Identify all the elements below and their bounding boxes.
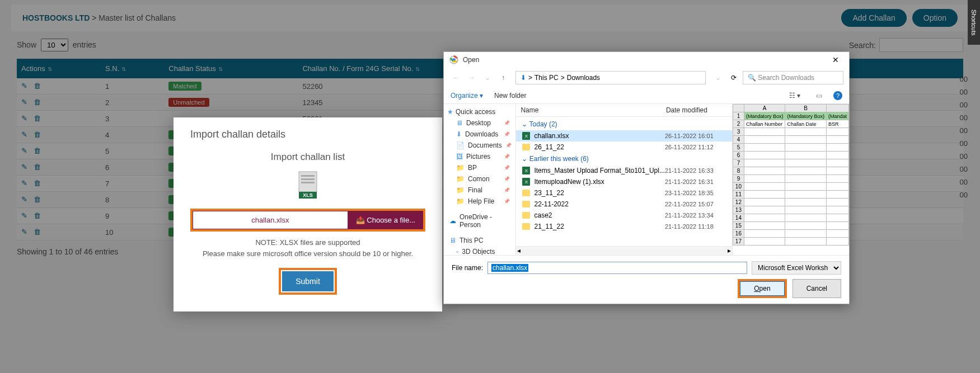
delete-icon[interactable]: 🗑 xyxy=(34,130,43,139)
col-name-header[interactable]: Name xyxy=(521,106,665,114)
edit-icon[interactable]: ✎ xyxy=(21,228,30,237)
preview-pane-button[interactable]: ▭ xyxy=(816,92,822,100)
xls-icon: XLS xyxy=(297,171,319,199)
file-item[interactable]: XItems_Master Upload Format_5to101_Upl..… xyxy=(516,165,732,176)
this-pc-item[interactable]: 🖥This PC xyxy=(444,235,515,246)
note-text: NOTE: XLSX files are supported Please ma… xyxy=(190,237,425,259)
cancel-button[interactable]: Cancel xyxy=(793,279,841,298)
chrome-icon xyxy=(449,55,458,64)
option-button[interactable]: Option xyxy=(912,9,958,27)
file-group-header[interactable]: Today (2) xyxy=(516,118,732,130)
filename-label: File name: xyxy=(452,264,483,272)
col-date-header[interactable]: Date modified xyxy=(666,106,728,114)
path-dropdown[interactable]: ⌄ xyxy=(711,71,725,84)
dialog-search-input[interactable]: 🔍 Search Downloads xyxy=(743,71,843,84)
filetype-select[interactable]: Microsoft Excel Worksheet (*.xl xyxy=(752,261,841,275)
up-button[interactable]: ↑ xyxy=(496,71,510,84)
view-mode-button[interactable]: ☷ ▾ xyxy=(789,92,800,100)
delete-icon[interactable]: 🗑 xyxy=(34,195,43,204)
breadcrumb-bar: HOSTBOOKS LTD > Master list of Challans … xyxy=(11,4,969,31)
edit-icon[interactable]: ✎ xyxy=(21,130,30,139)
delete-icon[interactable]: 🗑 xyxy=(34,82,43,91)
sidebar-item[interactable]: 📁BP xyxy=(444,162,515,173)
recent-dropdown[interactable]: ⌄ xyxy=(481,71,494,84)
sidebar-item[interactable]: 📄Documents xyxy=(444,140,515,151)
edit-icon[interactable]: ✎ xyxy=(21,195,30,204)
file-chooser-row: challan.xlsx 📤 Choose a file... xyxy=(190,209,425,232)
company-name[interactable]: HOSTBOOKS LTD xyxy=(22,13,90,22)
path-bar[interactable]: ⬇ > This PC > Downloads xyxy=(515,71,706,84)
search-label: Search: xyxy=(849,41,876,50)
help-icon[interactable]: ? xyxy=(833,91,842,100)
delete-icon[interactable]: 🗑 xyxy=(34,179,43,188)
edit-icon[interactable]: ✎ xyxy=(21,211,30,220)
sidebar-item[interactable]: 🖼Pictures xyxy=(444,151,515,162)
shortcuts-tab[interactable]: Shortcuts xyxy=(968,0,980,45)
import-challan-modal: Import challan details Import challan li… xyxy=(174,117,442,311)
page-title: Master list of Challans xyxy=(99,13,176,22)
column-header[interactable]: Challan Status⇅ xyxy=(164,59,298,78)
column-header[interactable]: S.N.⇅ xyxy=(101,59,164,78)
modal-subhead: Import challan list xyxy=(190,152,425,163)
file-item[interactable]: 26_11_2226-11-2022 11:12 xyxy=(516,141,732,153)
submit-button[interactable]: Submit xyxy=(282,271,334,291)
search-input[interactable] xyxy=(879,38,963,52)
delete-icon[interactable]: 🗑 xyxy=(34,98,43,107)
forward-button[interactable]: → xyxy=(465,71,479,84)
file-item[interactable]: 21_11_2221-11-2022 11:18 xyxy=(516,221,732,232)
edit-icon[interactable]: ✎ xyxy=(21,98,30,107)
svg-rect-1 xyxy=(301,175,315,177)
preview-pane: AB 1(Mandatory Box)(Mandatory Box)(Manda… xyxy=(732,104,849,255)
file-item[interactable]: 22-11-202222-11-2022 15:07 xyxy=(516,199,732,210)
delete-icon[interactable]: 🗑 xyxy=(34,211,43,220)
file-item[interactable]: case221-11-2022 13:34 xyxy=(516,210,732,221)
delete-icon[interactable]: 🗑 xyxy=(34,163,43,172)
delete-icon[interactable]: 🗑 xyxy=(34,114,43,123)
edit-icon[interactable]: ✎ xyxy=(21,147,30,155)
close-icon[interactable]: ✕ xyxy=(828,55,843,64)
svg-text:XLS: XLS xyxy=(303,192,313,198)
svg-rect-2 xyxy=(301,178,315,180)
new-folder-button[interactable]: New folder xyxy=(494,92,526,100)
file-item[interactable]: Xchallan.xlsx26-11-2022 16:01 xyxy=(516,130,732,141)
file-group-header[interactable]: Earlier this week (6) xyxy=(516,153,732,165)
horizontal-scrollbar[interactable]: ◂▸ xyxy=(516,246,732,255)
edit-icon[interactable]: ✎ xyxy=(21,82,30,91)
selected-file-name: challan.xlsx xyxy=(193,211,348,229)
edit-icon[interactable]: ✎ xyxy=(21,163,30,172)
down-arrow-icon: ⬇ xyxy=(521,74,526,82)
column-header[interactable]: Actions⇅ xyxy=(17,59,101,78)
delete-icon[interactable]: 🗑 xyxy=(34,147,43,155)
edit-icon[interactable]: ✎ xyxy=(21,114,30,123)
sidebar-item[interactable]: 📁Final xyxy=(444,185,515,196)
organize-menu[interactable]: Organize ▾ xyxy=(451,92,483,100)
breadcrumb: HOSTBOOKS LTD > Master list of Challans xyxy=(22,13,176,22)
dialog-sidebar: ★Quick access 🖥Desktop⬇Downloads📄Documen… xyxy=(444,104,516,255)
file-item[interactable]: 23_11_2223-11-2022 18:35 xyxy=(516,187,732,199)
back-button[interactable]: ← xyxy=(449,71,463,84)
refresh-button[interactable]: ⟳ xyxy=(727,74,740,82)
sidebar-item[interactable]: 📁Comon xyxy=(444,173,515,185)
choose-file-button[interactable]: 📤 Choose a file... xyxy=(348,211,423,229)
edit-icon[interactable]: ✎ xyxy=(21,179,30,188)
dialog-title: Open xyxy=(463,56,828,64)
modal-title: Import challan details xyxy=(190,129,425,140)
onedrive-item[interactable]: ☁OneDrive - Person xyxy=(444,211,515,230)
sidebar-item[interactable]: ⬇Downloads xyxy=(444,129,515,140)
quick-access-header[interactable]: ★Quick access xyxy=(444,106,515,117)
sidebar-item[interactable]: 🖥Desktop xyxy=(444,117,515,129)
open-button[interactable]: Open xyxy=(740,281,784,296)
entries-select[interactable]: 10 xyxy=(41,39,68,51)
3d-objects-item[interactable]: ▫3D Objects xyxy=(444,246,515,255)
svg-rect-3 xyxy=(301,182,315,183)
file-open-dialog: Open ✕ ← → ⌄ ↑ ⬇ > This PC > Downloads ⌄… xyxy=(443,51,850,304)
add-challan-button[interactable]: Add Challan xyxy=(841,9,906,27)
file-item[interactable]: XItemuploadNew (1).xlsx21-11-2022 16:31 xyxy=(516,176,732,187)
filename-input[interactable]: challan.xlsx xyxy=(487,262,747,274)
delete-icon[interactable]: 🗑 xyxy=(34,228,43,237)
header-buttons: Add Challan Option xyxy=(841,9,958,27)
sidebar-item[interactable]: 📁Help File xyxy=(444,196,515,207)
